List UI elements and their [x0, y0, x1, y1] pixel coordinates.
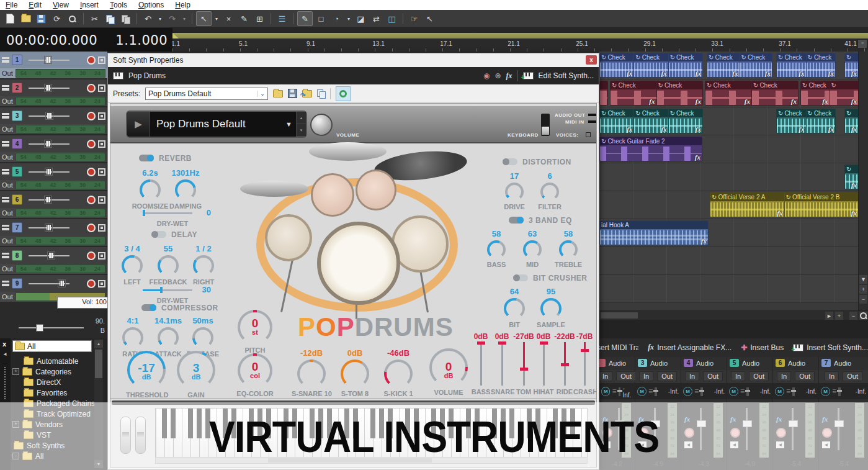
track-1[interactable]: 1 Out544842363024 [0, 52, 107, 78]
record-arm-button[interactable] [87, 84, 96, 93]
insert-bus-button[interactable]: ✚Insert Bus [741, 343, 784, 352]
track-volume-slider[interactable] [29, 196, 69, 204]
track-5[interactable]: 5 Out544842363024 [0, 163, 107, 190]
browser-root-field[interactable]: All [12, 340, 92, 352]
ride-fader[interactable]: -22dBRIDE [553, 332, 576, 395]
track-out-label[interactable]: Out [2, 125, 13, 133]
pattern-tool[interactable]: ◔ [329, 12, 344, 25]
track-interleave-icon[interactable] [98, 224, 105, 232]
close-icon[interactable]: x [2, 340, 6, 348]
scroll-right-icon[interactable]: ► [825, 312, 833, 320]
track-menu-icon[interactable] [2, 85, 9, 91]
damping-knob[interactable]: 1301HzDAMPING [166, 168, 205, 210]
audio-clip[interactable]: ↻Checkfx ↻Checkfx [776, 53, 836, 78]
erase-tool[interactable]: ◪ [354, 12, 368, 25]
audio-clip[interactable]: ↻fx [844, 53, 859, 78]
chevron-down-icon[interactable]: ▼ [285, 120, 296, 128]
monitor-icon[interactable]: M [821, 387, 830, 396]
trim-fader[interactable] [746, 387, 749, 396]
redo-menu-arrow[interactable]: ▾ [181, 12, 188, 25]
delay-left-knob[interactable]: 3 / 4LEFT [112, 244, 152, 286]
sync-icon[interactable]: ⟳ [50, 12, 64, 25]
track-out-label[interactable]: Out [2, 97, 13, 105]
mid-knob[interactable]: 63MID [512, 229, 552, 268]
track-volume-slider[interactable] [29, 279, 69, 287]
audio-clip[interactable]: ↻Checkfx ↻Checkfx [776, 109, 836, 133]
compressor-toggle[interactable] [141, 304, 156, 311]
preset-up-icon[interactable]: ▲ [297, 112, 306, 124]
track-volume-slider[interactable] [29, 56, 69, 64]
track-out-label[interactable]: Out [2, 265, 13, 273]
record-arm-button[interactable] [87, 196, 96, 204]
fx-icon[interactable]: fx [506, 71, 512, 81]
trim-fader[interactable] [655, 387, 657, 396]
track-2[interactable]: 2 Out544842363024 [0, 79, 107, 106]
record-arm-button[interactable] [87, 112, 96, 120]
monitor-icon[interactable]: M [683, 387, 692, 396]
audio-clip[interactable]: ↻Checkfx ↻Checkfx ↻Checkfx [599, 53, 703, 78]
menu-insert[interactable]: Insert [74, 1, 104, 9]
delay-feedback-knob[interactable]: 55FEEDBACK [148, 244, 188, 286]
track-out-label[interactable]: Out [2, 153, 13, 161]
track-number-badge[interactable]: 5 [12, 166, 22, 177]
zoom-out-button[interactable]: − [849, 312, 857, 320]
paste-icon[interactable] [119, 12, 133, 25]
track-number-badge[interactable]: 8 [12, 250, 22, 261]
eq-color-knob[interactable]: 0col EQ-COLOR [235, 352, 275, 397]
gain-knob[interactable]: 3dB GAIN [176, 350, 217, 399]
track-interleave-icon[interactable] [98, 280, 105, 287]
open-folder-icon[interactable] [19, 12, 33, 25]
menu-view[interactable]: View [47, 1, 74, 9]
output-button[interactable]: Out [616, 371, 636, 381]
edit-soft-synth-button[interactable]: Edit Soft Synth... [539, 71, 594, 80]
zoom-in-vertical-button[interactable]: + [859, 285, 867, 294]
track-7[interactable]: 7 Out544842363024 [0, 219, 107, 246]
track-number-badge[interactable]: 6 [12, 194, 22, 205]
menu-tools[interactable]: Tools [104, 1, 133, 9]
audio-clip[interactable]: ↻fx [844, 109, 859, 133]
monitor-icon[interactable]: M [729, 387, 738, 396]
undo-button[interactable]: ↶ [141, 12, 155, 25]
audio-clip[interactable]: ↻Checkfx ↻Checkfx [705, 81, 799, 106]
track-4[interactable]: 4 Out544842363024 [0, 135, 107, 162]
browser-item-favorites[interactable]: Favorites [11, 387, 107, 398]
track-number-badge[interactable]: 2 [12, 83, 22, 93]
audio-clip[interactable]: ↻Checkfx ↻fx [800, 81, 859, 106]
help-cursor-icon[interactable]: ↖ [423, 12, 437, 25]
tool-menu-arrow[interactable]: ▾ [213, 12, 220, 25]
delay-toggle[interactable] [151, 231, 166, 238]
s-kick-knob[interactable]: -46dBS-KICK 1 [378, 348, 418, 397]
arrange-vscrollbar[interactable]: ▼ + − [858, 52, 868, 310]
track-interleave-icon[interactable] [98, 112, 105, 120]
bass-fader[interactable]: 0dBBASS [470, 332, 492, 395]
track-menu-icon[interactable] [2, 113, 9, 119]
track-out-label[interactable]: Out [2, 237, 13, 245]
pan-slider[interactable] [19, 324, 84, 332]
track-interleave-icon[interactable] [98, 168, 105, 176]
open-preset-icon[interactable] [273, 90, 283, 97]
split-tool[interactable]: ◫ [385, 12, 399, 25]
menu-options[interactable]: Options [133, 1, 169, 9]
pattern-menu-arrow[interactable]: ▾ [345, 12, 352, 25]
zoom-tool-icon[interactable] [859, 312, 867, 320]
hihat-fader[interactable]: 0dBHIHAT [532, 332, 555, 395]
sample-knob[interactable]: 95SAMPLE [531, 287, 571, 328]
audio-clip[interactable]: ↻Check Guitar Fade 2fx [599, 137, 702, 161]
distortion-toggle[interactable] [503, 158, 517, 165]
import-preset-icon[interactable]: ↷ [302, 90, 312, 97]
filter-knob[interactable]: 6FILTER [530, 171, 570, 210]
redo-button[interactable]: ↷ [165, 12, 179, 25]
tom-fader[interactable]: -27dBTOM [512, 332, 535, 395]
trim-fader[interactable] [792, 387, 795, 396]
new-file-icon[interactable] [3, 12, 17, 25]
audio-clip[interactable]: ↻Checkfx ↻Checkfx [707, 53, 772, 78]
track-volume-slider[interactable] [29, 251, 69, 260]
browser-item-directx[interactable]: DirectX [11, 377, 107, 387]
track-menu-icon[interactable] [2, 57, 9, 63]
audio-clip[interactable]: ↻fx [844, 165, 859, 189]
insert-soft-synth-button[interactable]: +Insert Soft Synth... [793, 343, 868, 352]
browser-item-categories[interactable]: +Categories [11, 366, 96, 377]
insert-assignable-fx-button[interactable]: fxInsert Assignable FX... [648, 343, 732, 352]
record-arm-button[interactable] [87, 279, 96, 288]
track-3[interactable]: 3 Out544842363024 [0, 107, 107, 134]
